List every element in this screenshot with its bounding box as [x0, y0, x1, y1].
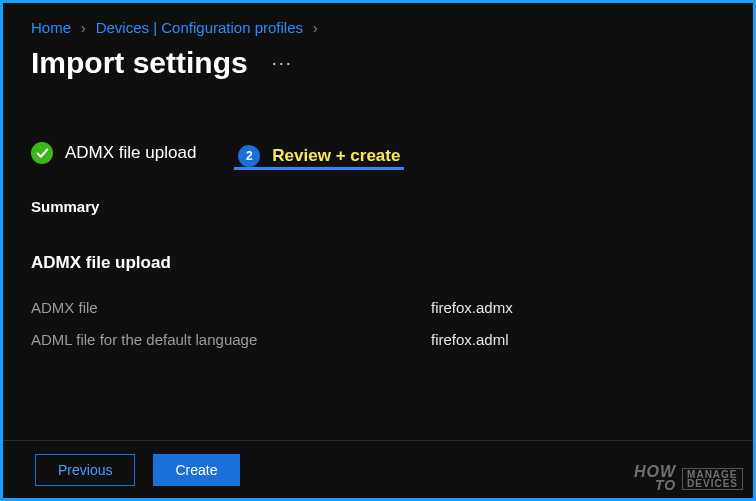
row-label: ADMX file — [31, 299, 431, 316]
table-row: ADML file for the default language firef… — [31, 323, 725, 355]
wizard-steps: ADMX file upload 2 Review + create — [31, 142, 725, 172]
check-circle-icon — [31, 142, 53, 164]
breadcrumb: Home › Devices | Configuration profiles … — [31, 3, 725, 36]
previous-button[interactable]: Previous — [35, 454, 135, 486]
chevron-right-icon: › — [81, 20, 86, 36]
watermark-text: TO — [655, 479, 676, 492]
row-value: firefox.admx — [431, 299, 513, 316]
summary-table: ADMX file firefox.admx ADML file for the… — [31, 291, 725, 355]
step-number-badge: 2 — [238, 145, 260, 167]
summary-heading: Summary — [31, 198, 725, 215]
breadcrumb-devices[interactable]: Devices | Configuration profiles — [96, 19, 303, 36]
section-heading: ADMX file upload — [31, 253, 725, 273]
breadcrumb-home[interactable]: Home — [31, 19, 71, 36]
page-title: Import settings — [31, 46, 248, 80]
step-label: ADMX file upload — [65, 143, 196, 163]
watermark: HOW TO MANAGE DEVICES — [634, 465, 743, 492]
step-review-create[interactable]: 2 Review + create — [234, 145, 404, 170]
create-button[interactable]: Create — [153, 454, 239, 486]
step-admx-upload[interactable]: ADMX file upload — [31, 142, 196, 172]
watermark-text: DEVICES — [687, 479, 738, 488]
row-label: ADML file for the default language — [31, 331, 431, 348]
more-actions-button[interactable]: ··· — [272, 53, 293, 74]
row-value: firefox.adml — [431, 331, 509, 348]
chevron-right-icon: › — [313, 20, 318, 36]
step-label: Review + create — [272, 146, 400, 166]
table-row: ADMX file firefox.admx — [31, 291, 725, 323]
